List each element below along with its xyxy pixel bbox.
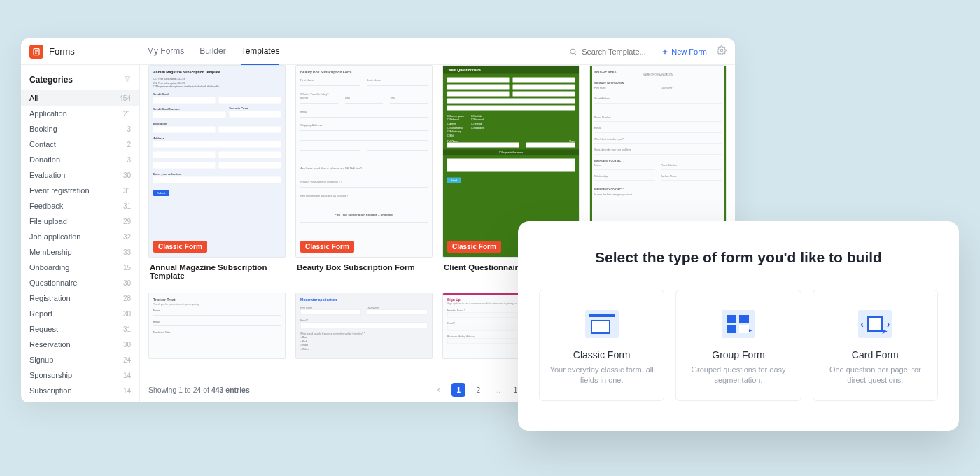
category-item[interactable]: Survey21: [21, 398, 139, 402]
thumb-title: Beauty Box Subscription Form: [300, 70, 428, 74]
category-label: Donation: [29, 155, 60, 164]
page-ellipsis: ...: [491, 383, 505, 397]
sidebar-heading: Categories: [21, 72, 139, 90]
category-item[interactable]: Onboarding15: [21, 260, 139, 275]
category-label: Contact: [29, 140, 56, 148]
thumb-section: EMERGENCY CONTACT 1: [594, 160, 722, 162]
new-form-label: New Form: [671, 48, 707, 56]
search-input[interactable]: [582, 48, 652, 56]
category-count: 14: [123, 387, 131, 395]
category-count: 30: [123, 172, 131, 179]
category-label: Request: [29, 325, 58, 333]
category-label: Event registration: [29, 186, 90, 195]
category-item[interactable]: Questionnaire30: [21, 275, 139, 290]
summary-pre: Showing 1 to 24 of: [148, 386, 211, 394]
top-nav: My Forms Builder Templates: [147, 38, 279, 66]
category-item[interactable]: Registration28: [21, 290, 139, 306]
category-label: Feedback: [29, 202, 63, 210]
category-item[interactable]: File upload29: [21, 214, 139, 229]
category-item[interactable]: Report30: [21, 306, 139, 321]
chevron-left-icon: [435, 386, 442, 393]
category-count: 31: [123, 326, 131, 333]
card-form-icon: ➤: [858, 310, 892, 338]
category-item[interactable]: Job application32: [21, 229, 139, 244]
category-item[interactable]: Contact2: [21, 136, 139, 152]
thumb-section: CONTACT INFORMATION: [594, 82, 722, 85]
type-desc: One question per page, for direct questi…: [822, 365, 929, 386]
template-badge: Classic Form: [153, 241, 207, 253]
category-item[interactable]: Subscription14: [21, 383, 139, 398]
filter-icon[interactable]: [124, 76, 131, 84]
svg-point-2: [720, 49, 723, 52]
template-card[interactable]: Moderator application First Name *Last N…: [295, 293, 433, 359]
type-card-form[interactable]: ➤ Card Form One question per page, for d…: [813, 290, 938, 401]
template-thumbnail: Annual Magazine Subscription Template ☐ …: [148, 65, 286, 258]
template-card[interactable]: Beauty Box Subscription Form First NameL…: [295, 65, 433, 280]
thumb-subtitle: Thank you for your interest in participa…: [153, 303, 281, 306]
thumb-title: Annual Magazine Subscription Template: [153, 70, 281, 74]
category-label: Application: [29, 109, 67, 118]
category-item[interactable]: All454: [21, 90, 139, 106]
category-item[interactable]: Booking3: [21, 121, 139, 136]
thumb-agree: ☐ I agree to the terms: [443, 150, 579, 155]
topbar: Forms My Forms Builder Templates New For…: [21, 38, 735, 65]
page-2-button[interactable]: 2: [471, 383, 485, 397]
category-label: Registration: [29, 294, 71, 302]
category-count: 29: [123, 218, 131, 225]
search-icon: [569, 48, 578, 56]
nav-my-forms[interactable]: My Forms: [147, 38, 184, 66]
category-item[interactable]: Event registration31: [21, 183, 139, 198]
brand: Forms: [29, 45, 140, 59]
type-name: Card Form: [822, 349, 929, 360]
category-count: 21: [123, 110, 131, 118]
template-title: Annual Magazine Subscription Template: [148, 258, 286, 280]
nav-builder[interactable]: Builder: [200, 38, 225, 66]
plus-icon: [662, 48, 668, 55]
sidebar: Categories All454Application21Booking3Co…: [21, 65, 140, 402]
category-item[interactable]: Sponsorship14: [21, 368, 139, 383]
template-badge: Classic Form: [447, 241, 501, 253]
category-item[interactable]: Request31: [21, 321, 139, 337]
type-name: Classic Form: [548, 349, 655, 360]
entries-summary: Showing 1 to 24 of 443 entries: [148, 386, 250, 394]
category-item[interactable]: Application21: [21, 106, 139, 121]
category-item[interactable]: Evaluation30: [21, 167, 139, 183]
type-desc: Grouped questions for easy segmentation.: [685, 365, 792, 386]
new-form-button[interactable]: New Form: [662, 48, 707, 56]
category-item[interactable]: Signup24: [21, 352, 139, 368]
thumb-title: Trick or Treat: [153, 298, 281, 302]
category-count: 3: [127, 156, 131, 164]
page-1-button[interactable]: 1: [451, 383, 465, 397]
category-count: 28: [123, 295, 131, 302]
category-count: 24: [123, 356, 131, 364]
template-thumbnail: Beauty Box Subscription Form First NameL…: [295, 65, 433, 258]
category-label: Onboarding: [29, 263, 70, 272]
category-item[interactable]: Membership33: [21, 244, 139, 260]
topbar-right: New Form: [569, 46, 727, 58]
settings-button[interactable]: [717, 46, 727, 58]
category-count: 31: [123, 187, 131, 195]
forms-logo-icon: [29, 45, 43, 59]
category-item[interactable]: Feedback31: [21, 198, 139, 214]
category-item[interactable]: Reservation30: [21, 337, 139, 352]
template-card[interactable]: Trick or Treat Thank you for your intere…: [148, 293, 286, 359]
type-classic-form[interactable]: Classic Form Your everyday classic form,…: [539, 290, 664, 401]
svg-point-1: [570, 49, 575, 54]
gear-icon: [717, 46, 727, 55]
group-form-icon: ➤: [722, 310, 755, 338]
category-label: Survey: [29, 402, 53, 402]
category-label: All: [29, 94, 38, 102]
category-label: Signup: [29, 356, 53, 364]
template-thumbnail: Trick or Treat Thank you for your intere…: [148, 293, 286, 359]
nav-templates[interactable]: Templates: [241, 38, 280, 66]
template-card[interactable]: Annual Magazine Subscription Template ☐ …: [148, 65, 286, 280]
type-group-form[interactable]: ➤ Group Form Grouped questions for easy …: [676, 290, 801, 401]
template-badge: Classic Form: [300, 241, 354, 253]
search-box[interactable]: [569, 48, 652, 56]
prev-page-button[interactable]: [432, 383, 446, 397]
type-desc: Your everyday classic form, all fields i…: [548, 365, 655, 386]
category-item[interactable]: Donation3: [21, 152, 139, 167]
modal-title: Select the type of form you'd like to bu…: [539, 249, 938, 266]
form-type-modal: Select the type of form you'd like to bu…: [518, 221, 959, 431]
form-type-options: Classic Form Your everyday classic form,…: [539, 290, 938, 401]
